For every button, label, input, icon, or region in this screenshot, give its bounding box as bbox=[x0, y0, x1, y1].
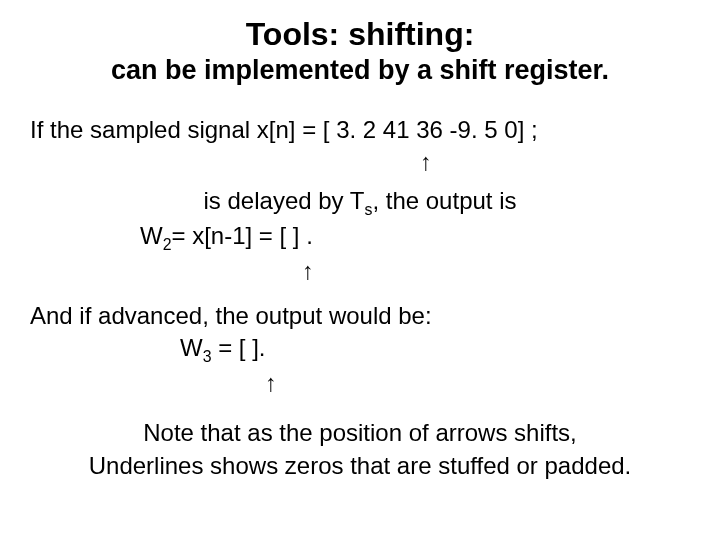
subtitle-heading: can be implemented by a shift register. bbox=[30, 55, 690, 86]
up-arrow-icon: ↑ bbox=[265, 367, 690, 399]
up-arrow-icon: ↑ bbox=[302, 255, 690, 287]
body-line-4: And if advanced, the output would be: bbox=[30, 300, 690, 332]
body-line-1: If the sampled signal x[n] = [ 3. 2 41 3… bbox=[30, 114, 690, 146]
body-line-2: is delayed by Ts, the output is bbox=[30, 185, 690, 220]
text-segment: = [ ]. bbox=[211, 334, 265, 361]
text-segment: is delayed by T bbox=[204, 187, 365, 214]
body-line-3: W2= x[n-1] = [ ] . bbox=[140, 220, 690, 255]
text-segment: W bbox=[140, 222, 163, 249]
text-segment: , the output is bbox=[372, 187, 516, 214]
text-segment: = x[n-1] = [ ] . bbox=[171, 222, 312, 249]
slide: Tools: shifting: can be implemented by a… bbox=[0, 0, 720, 540]
body-line-5: W3 = [ ]. bbox=[180, 332, 690, 367]
title-heading: Tools: shifting: bbox=[30, 16, 690, 53]
text-segment: W bbox=[180, 334, 203, 361]
up-arrow-icon: ↑ bbox=[420, 146, 690, 178]
body-line-6: Note that as the position of arrows shif… bbox=[30, 417, 690, 449]
body-line-7: Underlines shows zeros that are stuffed … bbox=[30, 450, 690, 482]
